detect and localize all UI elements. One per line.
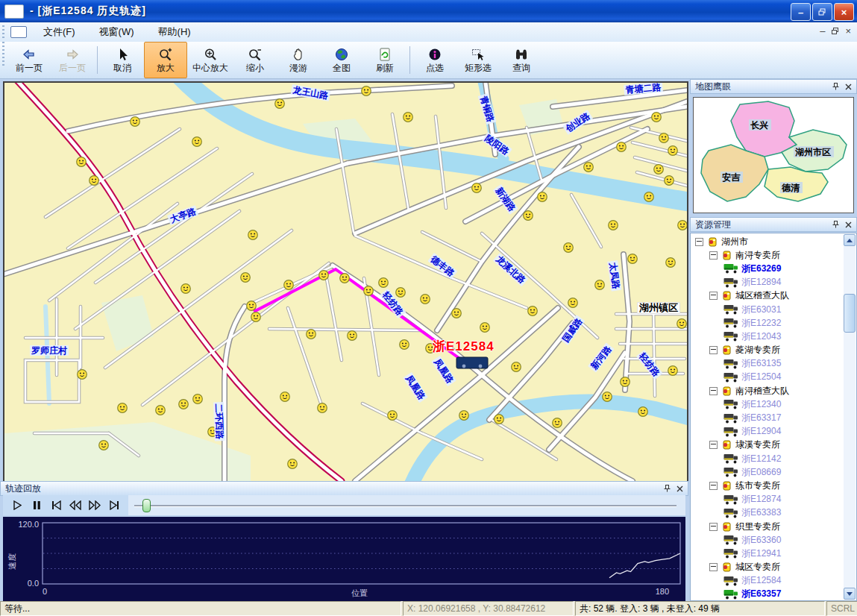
tree-vehicle-item[interactable]: 浙E12874 bbox=[694, 493, 856, 506]
tree-collapse-toggle[interactable] bbox=[709, 346, 718, 354]
point-select-button[interactable]: 点选 bbox=[413, 42, 456, 78]
vehicle-smiley-marker[interactable] bbox=[621, 377, 630, 387]
tree-group-item[interactable]: 埭溪专卖所 bbox=[694, 439, 856, 452]
menu-grip[interactable] bbox=[2, 25, 4, 39]
vehicle-smiley-marker[interactable] bbox=[668, 366, 678, 376]
vehicle-smiley-marker[interactable] bbox=[131, 117, 140, 127]
vehicle-smiley-marker[interactable] bbox=[652, 113, 662, 122]
vehicle-smiley-marker[interactable] bbox=[362, 87, 371, 96]
menu-window[interactable]: 视窗(W) bbox=[90, 23, 143, 41]
pan-tool-button[interactable]: 漫游 bbox=[277, 42, 320, 78]
vehicle-smiley-marker[interactable] bbox=[459, 411, 469, 421]
tree-vehicle-item[interactable]: 浙E12142 bbox=[694, 452, 856, 465]
vehicle-smiley-marker[interactable] bbox=[609, 221, 618, 230]
mdi-minimize-button[interactable]: – bbox=[820, 25, 825, 37]
vehicle-smiley-marker[interactable] bbox=[617, 142, 627, 152]
vehicle-smiley-marker[interactable] bbox=[90, 176, 99, 186]
tree-group-item[interactable]: 菱湖专卖所 bbox=[694, 344, 856, 357]
tree-group-item[interactable]: 练市专卖所 bbox=[694, 479, 856, 492]
vehicle-smiley-marker[interactable] bbox=[340, 274, 350, 283]
vehicle-smiley-marker[interactable] bbox=[284, 280, 294, 290]
overview-map[interactable]: 长兴 湖州市区 安吉 德清 bbox=[693, 97, 854, 213]
vehicle-smiley-marker[interactable] bbox=[638, 407, 648, 417]
close-button[interactable]: × bbox=[834, 3, 854, 21]
mdi-close-button[interactable]: × bbox=[845, 25, 851, 37]
vehicle-smiley-marker[interactable] bbox=[538, 192, 547, 202]
vehicle-smiley-marker[interactable] bbox=[654, 165, 664, 175]
vehicle-smiley-marker[interactable] bbox=[568, 298, 578, 308]
vehicle-smiley-marker[interactable] bbox=[118, 403, 128, 413]
vehicle-smiley-marker[interactable] bbox=[78, 370, 87, 380]
vehicle-smiley-marker[interactable] bbox=[307, 330, 316, 339]
tree-group-item[interactable]: 南浔专卖所 bbox=[694, 248, 856, 262]
vehicle-smiley-marker[interactable] bbox=[77, 157, 87, 167]
vehicle-smiley-marker[interactable] bbox=[666, 258, 676, 268]
tree-vehicle-item[interactable]: 浙E63383 bbox=[694, 506, 856, 520]
tree-vehicle-item[interactable]: 浙E63360 bbox=[694, 533, 856, 547]
play-button[interactable] bbox=[8, 498, 26, 513]
vehicle-smiley-marker[interactable] bbox=[348, 331, 357, 341]
tree-vehicle-item[interactable]: 浙E12043 bbox=[694, 330, 856, 343]
vehicle-smiley-marker[interactable] bbox=[421, 295, 430, 304]
next-page-button[interactable]: 后一页 bbox=[51, 42, 94, 78]
vehicle-smiley-marker[interactable] bbox=[472, 183, 482, 193]
vehicle-smiley-marker[interactable] bbox=[280, 392, 290, 402]
tree-vehicle-item[interactable]: 浙E63135 bbox=[694, 357, 856, 371]
tree-vehicle-item[interactable]: 浙E12584 bbox=[694, 574, 856, 588]
current-vehicle-icon[interactable] bbox=[456, 357, 488, 368]
scroll-thumb[interactable] bbox=[844, 294, 856, 333]
vehicle-smiley-marker[interactable] bbox=[678, 221, 687, 230]
vehicle-smiley-marker[interactable] bbox=[480, 323, 490, 333]
vehicle-smiley-marker[interactable] bbox=[665, 176, 674, 186]
map-viewport[interactable]: 龙王山路青塘二路创业路青铜路陵阳路新湖路大亭路德丰路龙溪北路轻纺路太凤路湖州镇区… bbox=[3, 81, 688, 483]
vehicle-smiley-marker[interactable] bbox=[595, 280, 605, 290]
tree-vehicle-item[interactable]: 浙E63031 bbox=[694, 303, 856, 316]
close-icon[interactable] bbox=[845, 221, 852, 228]
vehicle-smiley-marker[interactable] bbox=[156, 406, 166, 415]
tree-collapse-toggle[interactable] bbox=[709, 441, 718, 449]
vehicle-smiley-marker[interactable] bbox=[628, 254, 638, 264]
vehicle-smiley-marker[interactable] bbox=[364, 286, 374, 296]
tree-group-item[interactable]: 织里专卖所 bbox=[694, 520, 856, 533]
vehicle-smiley-marker[interactable] bbox=[247, 301, 257, 311]
rect-select-button[interactable]: 矩形选 bbox=[456, 42, 500, 78]
tree-scrollbar[interactable] bbox=[844, 234, 856, 600]
vehicle-smiley-marker[interactable] bbox=[677, 319, 687, 329]
cancel-tool-button[interactable]: 取消 bbox=[101, 42, 144, 78]
tree-collapse-toggle[interactable] bbox=[709, 251, 718, 260]
tree-group-item[interactable]: 南浔稽查大队 bbox=[694, 384, 856, 397]
mdi-document-icon[interactable] bbox=[10, 26, 27, 38]
pause-button[interactable] bbox=[28, 498, 45, 513]
vehicle-smiley-marker[interactable] bbox=[288, 459, 298, 469]
tree-group-item[interactable]: 城区专卖所 bbox=[694, 561, 856, 574]
query-button[interactable]: 查询 bbox=[500, 42, 543, 78]
zoom-in-tool-button[interactable]: 放大 bbox=[144, 42, 187, 78]
prev-page-button[interactable]: 前一页 bbox=[7, 42, 51, 78]
mdi-restore-button[interactable] bbox=[831, 27, 839, 35]
scroll-up-button[interactable] bbox=[844, 234, 856, 246]
vehicle-smiley-marker[interactable] bbox=[564, 243, 574, 253]
vehicle-smiley-marker[interactable] bbox=[495, 415, 504, 424]
fast-forward-button[interactable] bbox=[86, 498, 104, 513]
close-icon[interactable] bbox=[845, 84, 852, 90]
vehicle-smiley-marker[interactable] bbox=[181, 284, 191, 294]
menu-file[interactable]: 文件(F) bbox=[34, 23, 84, 41]
tree-vehicle-item[interactable]: 浙E63357 bbox=[694, 588, 856, 601]
vehicle-smiley-marker[interactable] bbox=[584, 163, 594, 172]
tree-collapse-toggle[interactable] bbox=[709, 482, 718, 490]
vehicle-smiley-marker[interactable] bbox=[248, 230, 258, 240]
restore-button[interactable] bbox=[812, 3, 832, 21]
vehicle-smiley-marker[interactable] bbox=[668, 146, 678, 156]
pin-icon[interactable] bbox=[664, 485, 671, 492]
vehicle-smiley-marker[interactable] bbox=[275, 99, 285, 109]
tree-collapse-toggle[interactable] bbox=[695, 238, 703, 246]
playback-slider[interactable] bbox=[134, 495, 679, 515]
vehicle-smiley-marker[interactable] bbox=[318, 403, 327, 413]
vehicle-smiley-marker[interactable] bbox=[192, 137, 202, 147]
pin-icon[interactable] bbox=[832, 83, 840, 90]
tree-collapse-toggle[interactable] bbox=[709, 292, 718, 300]
vehicle-smiley-marker[interactable] bbox=[179, 400, 189, 409]
tree-vehicle-item[interactable]: 浙E08669 bbox=[694, 465, 856, 479]
tree-vehicle-item[interactable]: 浙E12340 bbox=[694, 397, 856, 411]
tree-vehicle-item[interactable]: 浙E12504 bbox=[694, 371, 856, 384]
